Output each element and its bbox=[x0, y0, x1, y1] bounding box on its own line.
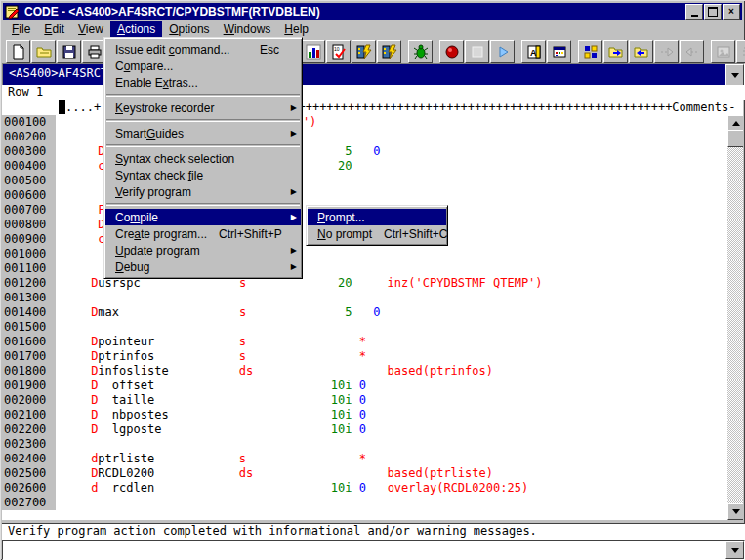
code-text: dptrliste s * bbox=[56, 452, 743, 466]
playback-disabled-button[interactable] bbox=[465, 40, 489, 63]
menubar-item-options[interactable]: Options bbox=[162, 21, 216, 38]
minimize-button[interactable] bbox=[685, 4, 703, 20]
code-line[interactable]: 002300 bbox=[2, 437, 743, 452]
scroll-thumb[interactable] bbox=[727, 130, 743, 147]
code-line[interactable]: 001600 Dpointeur s * bbox=[2, 335, 743, 349]
code-line[interactable]: 001300 bbox=[2, 291, 743, 305]
code-text: Dmax s 5 0 bbox=[56, 305, 743, 320]
chevron-down-icon bbox=[731, 73, 739, 78]
code-line[interactable]: 002100 D nbpostes 10i 0 bbox=[2, 408, 743, 422]
close-icon: × bbox=[728, 7, 734, 17]
submenu-arrow-icon: ▶ bbox=[287, 103, 297, 112]
menubar-item-windows[interactable]: Windows bbox=[217, 21, 278, 38]
bar-chart-button[interactable] bbox=[301, 40, 325, 63]
bar-chart-icon bbox=[306, 44, 321, 60]
code-text: D taille 10i 0 bbox=[56, 393, 743, 408]
menu-item-label: No prompt bbox=[317, 227, 372, 241]
menu-item-create-program[interactable]: Create program...Ctrl+Shift+P bbox=[105, 225, 301, 242]
code-line[interactable]: 001700 Dptrinfos s * bbox=[2, 349, 743, 364]
compile-submenu: Prompt...No promptCtrl+Shift+C bbox=[306, 205, 448, 246]
code-text: D offset 10i 0 bbox=[56, 379, 743, 393]
selection-disabled-icon bbox=[741, 44, 745, 60]
code-line[interactable]: 002400 dptrliste s * bbox=[2, 452, 743, 466]
scroll-down-button[interactable] bbox=[727, 503, 743, 520]
submenu-item-no-prompt[interactable]: No promptCtrl+Shift+C bbox=[308, 225, 446, 242]
close-button[interactable]: × bbox=[723, 4, 740, 20]
record-button[interactable] bbox=[439, 40, 464, 63]
svg-text:10: 10 bbox=[334, 46, 340, 52]
command-combo-dropdown-button[interactable] bbox=[725, 541, 744, 559]
verify-bolt-button[interactable] bbox=[352, 40, 376, 63]
image-disabled-button[interactable] bbox=[711, 40, 735, 63]
menu-item-verify-program[interactable]: Verify program▶ bbox=[105, 183, 301, 200]
debug-bug-button[interactable] bbox=[408, 40, 433, 63]
selection-disabled-button[interactable] bbox=[736, 40, 745, 63]
code-line[interactable]: 001900 D offset 10i 0 bbox=[2, 379, 743, 393]
toolbar-right-group: 10A bbox=[301, 40, 745, 63]
menubar-item-edit[interactable]: Edit bbox=[37, 21, 71, 38]
code-text: Dptrinfos s * bbox=[56, 349, 743, 364]
open-file-button[interactable] bbox=[31, 40, 56, 63]
menu-item-label: Issue edit command... bbox=[115, 43, 229, 57]
code-line[interactable]: 002500 DRCDL0200 ds based(ptrliste) bbox=[2, 466, 743, 481]
status-bar: Verify program action completed with inf… bbox=[2, 523, 745, 540]
line-number: 000500 bbox=[2, 174, 56, 188]
menu-item-update-program[interactable]: Update program▶ bbox=[105, 242, 301, 259]
code-line[interactable]: 002000 D taille 10i 0 bbox=[2, 393, 743, 408]
menu-item-smartguides[interactable]: SmartGuides▶ bbox=[105, 125, 301, 141]
menu-separator bbox=[106, 94, 300, 97]
submenu-item-prompt[interactable]: Prompt... bbox=[308, 209, 446, 225]
editor-window-icon: A bbox=[526, 44, 542, 60]
compile-bolt-button[interactable] bbox=[377, 40, 401, 63]
menu-item-syntax-check-file[interactable]: Syntax check file bbox=[105, 167, 301, 183]
line-number: 001600 bbox=[2, 335, 56, 349]
submenu-arrow-icon: ▶ bbox=[287, 213, 297, 221]
code-line[interactable]: 002600 d rcdlen 10i 0 overlay(RCDL0200:2… bbox=[2, 481, 743, 496]
app-icon[interactable] bbox=[5, 4, 21, 20]
code-line[interactable]: 001400 Dmax s 5 0 bbox=[2, 305, 743, 320]
play-button[interactable] bbox=[490, 40, 515, 63]
print-icon bbox=[87, 44, 103, 60]
next-disabled-button[interactable] bbox=[654, 40, 679, 63]
menu-item-compare[interactable]: Compare... bbox=[105, 58, 301, 74]
menubar-item-help[interactable]: Help bbox=[277, 21, 315, 38]
code-text: Dpointeur s * bbox=[56, 335, 743, 349]
vertical-scrollbar[interactable] bbox=[727, 115, 743, 520]
text-cursor bbox=[59, 100, 65, 114]
previous-disabled-button[interactable] bbox=[680, 40, 704, 63]
code-line[interactable]: 001800 Dinfosliste ds based(ptrinfos) bbox=[2, 364, 743, 379]
editor-window-button[interactable]: A bbox=[521, 40, 546, 63]
line-number: 002500 bbox=[2, 466, 56, 481]
code-text bbox=[56, 291, 743, 305]
menu-item-keystroke-recorder[interactable]: Keystroke recorder▶ bbox=[105, 100, 301, 116]
menubar-item-view[interactable]: View bbox=[71, 21, 110, 38]
minimize-icon bbox=[691, 8, 698, 17]
open-file-icon bbox=[36, 44, 52, 60]
window-tiles-button[interactable] bbox=[578, 40, 602, 63]
code-line[interactable]: 002700 bbox=[2, 496, 743, 510]
menubar-item-file[interactable]: File bbox=[5, 21, 37, 38]
properties-grid-button[interactable] bbox=[547, 40, 571, 63]
command-combo[interactable] bbox=[2, 540, 745, 560]
syntax-check-button[interactable]: 10 bbox=[326, 40, 351, 63]
menu-item-enable-extras[interactable]: Enable Extras... bbox=[105, 74, 301, 91]
title-bar[interactable]: CODE - <AS400>AF4SRCT/CPYDBSTMF(RTVDBLEN… bbox=[3, 3, 742, 20]
code-line[interactable]: 002200 D lgposte 10i 0 bbox=[2, 422, 743, 437]
previous-file-button[interactable] bbox=[629, 40, 653, 63]
menu-item-compile[interactable]: Compile▶ bbox=[105, 209, 301, 225]
menubar-item-actions[interactable]: Actions bbox=[110, 21, 162, 38]
menu-item-issue-edit-command[interactable]: Issue edit command...Esc bbox=[105, 41, 301, 58]
svg-text:A: A bbox=[530, 48, 537, 58]
next-disabled-icon bbox=[659, 44, 675, 60]
document-selector-dropdown-button[interactable] bbox=[725, 64, 744, 86]
menu-separator bbox=[106, 144, 300, 147]
next-file-icon bbox=[608, 44, 624, 60]
save-file-button[interactable] bbox=[57, 40, 81, 63]
new-file-button[interactable] bbox=[6, 40, 30, 63]
menu-item-debug[interactable]: Debug▶ bbox=[105, 259, 301, 275]
menu-item-syntax-check-selection[interactable]: Syntax check selection bbox=[105, 150, 301, 167]
code-line[interactable]: 001500 bbox=[2, 320, 743, 335]
next-file-button[interactable] bbox=[603, 40, 628, 63]
maximize-button[interactable] bbox=[704, 4, 722, 20]
save-file-icon bbox=[62, 44, 77, 60]
